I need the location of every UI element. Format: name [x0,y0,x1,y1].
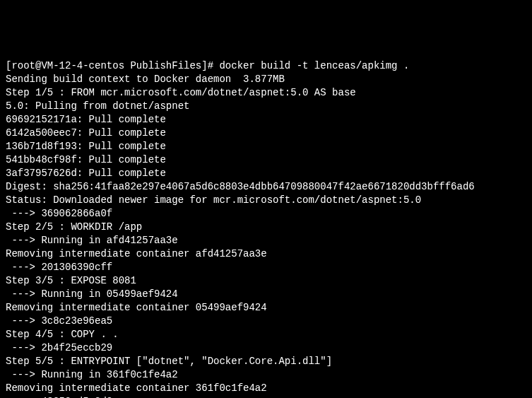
terminal-output[interactable]: [root@VM-12-4-centos PublishFiles]# dock… [6,59,526,398]
terminal-line: ---> 369062866a0f [6,207,526,221]
terminal-line: 5.0: Pulling from dotnet/aspnet [6,100,526,113]
terminal-line: Step 2/5 : WORKDIR /app [6,221,526,234]
terminal-line: Status: Downloaded newer image for mcr.m… [6,194,526,207]
terminal-line: ---> Running in 05499aef9424 [6,288,526,301]
terminal-line: ---> 2b4f25eccb29 [6,341,526,355]
terminal-line: ---> 3c8c23e96ea5 [6,315,526,328]
terminal-line: ---> Running in 361f0c1fe4a2 [6,368,526,382]
terminal-line: [root@VM-12-4-centos PublishFiles]# dock… [6,59,526,73]
terminal-line: 3af37957626d: Pull complete [6,167,526,180]
terminal-line: Removing intermediate container afd41257… [6,247,526,261]
terminal-line: Removing intermediate container 361f0c1f… [6,382,526,395]
terminal-line: 6142a500eec7: Pull complete [6,127,526,140]
terminal-line: ---> Running in afd41257aa3e [6,234,526,247]
terminal-line: Digest: sha256:41faa82e297e4067a5d6c8803… [6,180,526,194]
terminal-line: 541bb48cf98f: Pull complete [6,153,526,167]
terminal-line: Step 4/5 : COPY . . [6,328,526,341]
terminal-line: ---> 48252cd5c2d0 [6,395,526,398]
terminal-line: ---> 201306390cff [6,261,526,274]
terminal-line: Sending build context to Docker daemon 3… [6,73,526,86]
terminal-line: 69692152171a: Pull complete [6,113,526,127]
terminal-line: Step 3/5 : EXPOSE 8081 [6,274,526,288]
terminal-line: 136b71d8f193: Pull complete [6,140,526,153]
terminal-line: Removing intermediate container 05499aef… [6,301,526,315]
terminal-line: Step 1/5 : FROM mcr.microsoft.com/dotnet… [6,86,526,100]
terminal-line: Step 5/5 : ENTRYPOINT ["dotnet", "Docker… [6,355,526,368]
